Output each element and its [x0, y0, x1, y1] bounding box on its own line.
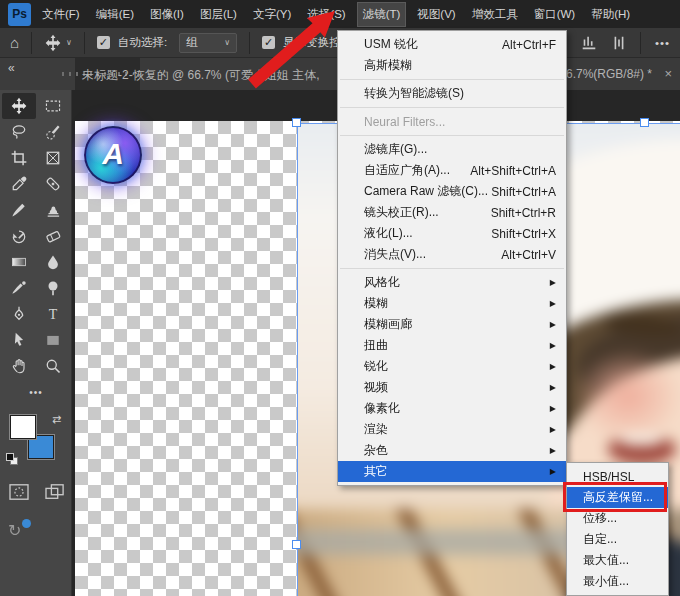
- blur-tool[interactable]: [36, 249, 70, 275]
- menu-item-video[interactable]: 视频▶: [338, 377, 566, 398]
- frame-tool[interactable]: [36, 145, 70, 171]
- move-tool[interactable]: [2, 93, 36, 119]
- menu-item-distort[interactable]: 扭曲▶: [338, 335, 566, 356]
- menu-item-pixelate[interactable]: 像素化▶: [338, 398, 566, 419]
- menu-image[interactable]: 图像(I): [145, 2, 189, 27]
- hand-tool[interactable]: [2, 353, 36, 379]
- menu-item-stylize[interactable]: 风格化▶: [338, 272, 566, 293]
- photoshop-logo: Ps: [8, 3, 31, 26]
- default-colors-icon[interactable]: [6, 453, 18, 465]
- menu-item-render[interactable]: 渲染▶: [338, 419, 566, 440]
- menu-help[interactable]: 帮助(H): [586, 2, 635, 27]
- transform-handle-top-middle[interactable]: [640, 118, 649, 127]
- menu-item-lens-correction[interactable]: 镜头校正(R)...Shift+Ctrl+R: [338, 202, 566, 223]
- quick-selection-tool[interactable]: [36, 119, 70, 145]
- menu-item-neural-filters: Neural Filters...: [338, 111, 566, 132]
- quick-mask-icon[interactable]: [8, 483, 30, 505]
- divider: [640, 32, 641, 54]
- rectangular-marquee-tool[interactable]: [36, 93, 70, 119]
- notification-dot: [22, 519, 31, 528]
- screen-mode-icon[interactable]: [44, 483, 66, 505]
- sync-notification-icon[interactable]: ↻: [8, 522, 21, 539]
- pen-tool[interactable]: [2, 301, 36, 327]
- lasso-tool[interactable]: [2, 119, 36, 145]
- submenu-arrow-icon: ▶: [550, 341, 556, 350]
- menu-item-gaussian-blur[interactable]: 高斯模糊: [338, 55, 566, 76]
- transform-handle-top-left[interactable]: [292, 118, 301, 127]
- logo-letter: A: [102, 137, 124, 171]
- smudge-tool[interactable]: [2, 275, 36, 301]
- submenu-arrow-icon: ▶: [550, 362, 556, 371]
- chevron-down-icon[interactable]: ∨: [66, 38, 72, 47]
- history-brush-tool[interactable]: [2, 223, 36, 249]
- menu-item-vanishing-point[interactable]: 消失点(V)...Alt+Ctrl+V: [338, 244, 566, 265]
- submenu-arrow-icon: ▶: [550, 278, 556, 287]
- submenu-arrow-icon: ▶: [550, 446, 556, 455]
- menu-item-adaptive-wide-angle[interactable]: 自适应广角(A)...Alt+Shift+Ctrl+A: [338, 160, 566, 181]
- menu-view[interactable]: 视图(V): [412, 2, 460, 27]
- menu-item-liquify[interactable]: 液化(L)...Shift+Ctrl+X: [338, 223, 566, 244]
- color-swatches: ⇄: [6, 413, 70, 471]
- menu-window[interactable]: 窗口(W): [529, 2, 581, 27]
- submenu-item-minimum[interactable]: 最小值...: [567, 571, 668, 592]
- svg-text:T: T: [49, 307, 58, 322]
- align-icon[interactable]: [580, 34, 598, 52]
- menu-item-convert-smart-filter[interactable]: 转换为智能滤镜(S): [338, 83, 566, 104]
- menu-item-other[interactable]: 其它▶: [338, 461, 566, 482]
- home-icon[interactable]: ⌂: [10, 34, 19, 51]
- more-options-icon[interactable]: •••: [655, 37, 670, 49]
- menu-item-noise[interactable]: 杂色▶: [338, 440, 566, 461]
- distribute-icon[interactable]: [610, 34, 628, 52]
- swap-colors-icon[interactable]: ⇄: [52, 413, 61, 426]
- auto-select-value: 组: [186, 35, 198, 50]
- clone-stamp-tool[interactable]: [36, 197, 70, 223]
- close-tab-icon[interactable]: ×: [664, 66, 672, 81]
- menu-item-blur[interactable]: 模糊▶: [338, 293, 566, 314]
- submenu-arrow-icon: ▶: [550, 299, 556, 308]
- auto-select-dropdown[interactable]: 组 ∨: [179, 33, 237, 53]
- brush-tool[interactable]: [2, 197, 36, 223]
- submenu-item-custom[interactable]: 自定...: [567, 529, 668, 550]
- transform-handle-left-middle[interactable]: [292, 540, 301, 549]
- submenu-arrow-icon: ▶: [550, 383, 556, 392]
- edit-toolbar-icon[interactable]: •••: [2, 379, 70, 405]
- divider: [84, 32, 85, 54]
- logo-badge-layer[interactable]: A: [84, 126, 142, 184]
- menu-plugins[interactable]: 增效工具: [467, 2, 523, 27]
- auto-select-checkbox[interactable]: ✓: [97, 36, 110, 49]
- crop-tool[interactable]: [2, 145, 36, 171]
- submenu-arrow-icon: ▶: [550, 425, 556, 434]
- menu-item-filter-gallery[interactable]: 滤镜库(G)...: [338, 139, 566, 160]
- toolbar: T ••• ⇄: [0, 90, 72, 596]
- move-tool-icon[interactable]: [44, 34, 62, 52]
- photoshop-window: Ps 文件(F) 编辑(E) 图像(I) 图层(L) 文字(Y) 选择(S) 滤…: [0, 0, 680, 596]
- menu-filter[interactable]: 滤镜(T): [357, 2, 407, 27]
- menu-item-usm-sharpen[interactable]: USM 锐化Alt+Ctrl+F: [338, 34, 566, 55]
- menu-separator: [340, 107, 564, 108]
- filter-menu-dropdown: USM 锐化Alt+Ctrl+F 高斯模糊 转换为智能滤镜(S) Neural …: [337, 30, 567, 486]
- submenu-arrow-icon: ▶: [550, 404, 556, 413]
- foreground-color-swatch[interactable]: [10, 415, 36, 439]
- eraser-tool[interactable]: [36, 223, 70, 249]
- dodge-tool[interactable]: [36, 275, 70, 301]
- collapse-panels-icon[interactable]: «: [8, 61, 15, 75]
- type-tool[interactable]: T: [36, 301, 70, 327]
- menu-file[interactable]: 文件(F): [37, 2, 85, 27]
- divider: [31, 32, 32, 54]
- submenu-arrow-icon: ▶: [550, 467, 556, 476]
- spot-healing-brush-tool[interactable]: [36, 171, 70, 197]
- zoom-tool[interactable]: [36, 353, 70, 379]
- menu-separator: [340, 268, 564, 269]
- menu-item-camera-raw[interactable]: Camera Raw 滤镜(C)...Shift+Ctrl+A: [338, 181, 566, 202]
- menu-edit[interactable]: 编辑(E): [91, 2, 139, 27]
- submenu-item-maximum[interactable]: 最大值...: [567, 550, 668, 571]
- menu-item-sharpen[interactable]: 锐化▶: [338, 356, 566, 377]
- path-selection-tool[interactable]: [2, 327, 36, 353]
- menu-item-blur-gallery[interactable]: 模糊画廊▶: [338, 314, 566, 335]
- document-tab-title-right: 6.7%(RGB/8#) *: [566, 67, 652, 81]
- annotation-red-arrow: [230, 6, 345, 96]
- menu-separator: [340, 79, 564, 80]
- gradient-tool[interactable]: [2, 249, 36, 275]
- eyedropper-tool[interactable]: [2, 171, 36, 197]
- rectangle-tool[interactable]: [36, 327, 70, 353]
